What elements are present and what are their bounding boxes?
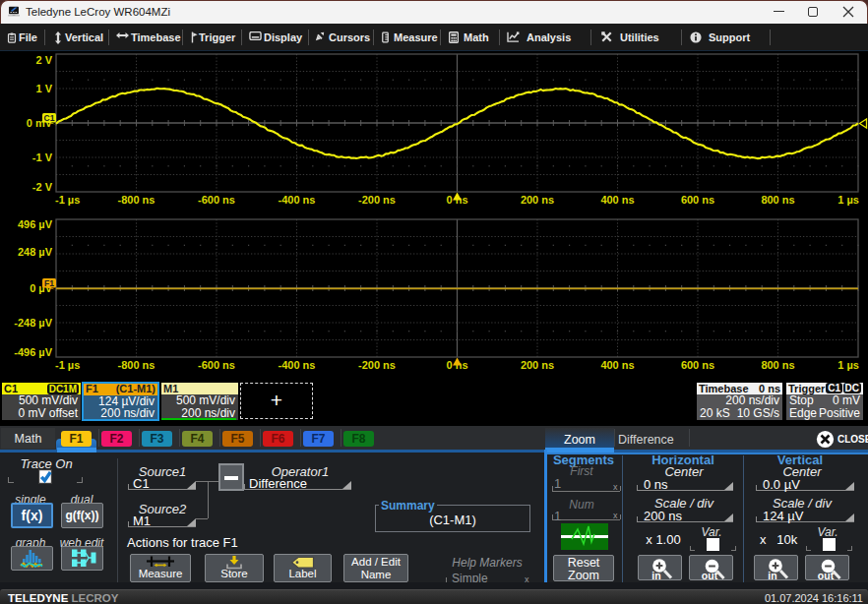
svg-text:1 µs: 1 µs	[837, 359, 859, 371]
svg-text:400 ns: 400 ns	[600, 359, 634, 371]
svg-text:-600 ns: -600 ns	[198, 194, 235, 206]
svg-text:1 V: 1 V	[35, 83, 52, 94]
svg-text:2 V: 2 V	[35, 54, 52, 66]
svg-text:800 ns: 800 ns	[761, 359, 794, 371]
svg-text:600 ns: 600 ns	[681, 359, 714, 371]
svg-text:-200 ns: -200 ns	[358, 359, 396, 371]
svg-text:496 µV: 496 µV	[18, 218, 53, 230]
svg-text:-2 V: -2 V	[32, 181, 53, 193]
svg-text:-496 µV: -496 µV	[14, 346, 52, 358]
svg-text:out: out	[818, 570, 835, 581]
svg-text:-248 µV: -248 µV	[14, 317, 52, 329]
svg-text:800 ns: 800 ns	[761, 194, 794, 206]
svg-text:200 ns: 200 ns	[521, 359, 554, 371]
svg-text:out: out	[702, 570, 718, 581]
svg-text:248 µV: 248 µV	[18, 246, 53, 258]
svg-text:C1: C1	[44, 113, 55, 123]
svg-text:F1: F1	[44, 278, 54, 288]
svg-text:1 µs: 1 µs	[837, 194, 859, 206]
svg-text:in: in	[768, 570, 776, 581]
svg-text:-400 ns: -400 ns	[279, 194, 316, 206]
svg-text:-1 µs: -1 µs	[55, 194, 80, 206]
svg-text:-1 µs: -1 µs	[55, 359, 80, 371]
svg-text:-1 V: -1 V	[32, 151, 53, 163]
svg-text:400 ns: 400 ns	[600, 194, 634, 206]
svg-text:200 ns: 200 ns	[521, 194, 554, 206]
svg-text:-800 ns: -800 ns	[118, 359, 155, 371]
svg-text:-800 ns: -800 ns	[118, 194, 155, 206]
svg-text:-600 ns: -600 ns	[198, 359, 235, 371]
svg-text:-400 ns: -400 ns	[279, 359, 316, 371]
svg-text:-200 ns: -200 ns	[358, 194, 396, 206]
svg-text:600 ns: 600 ns	[681, 194, 714, 206]
svg-text:in: in	[651, 570, 660, 581]
